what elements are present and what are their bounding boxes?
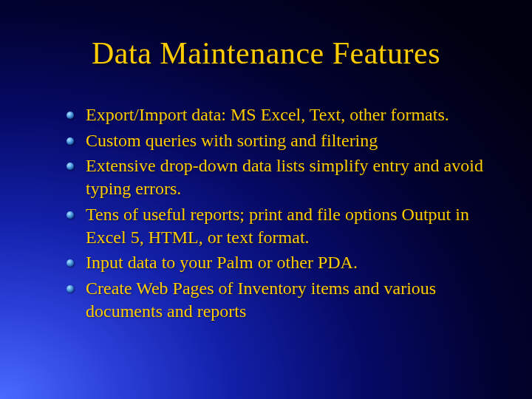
bullet-icon — [66, 285, 74, 293]
list-item: Export/Import data: MS Excel, Text, othe… — [66, 103, 495, 126]
list-item: Custom queries with sorting and filterin… — [66, 129, 495, 152]
bullet-list: Export/Import data: MS Excel, Text, othe… — [66, 103, 495, 325]
list-item: Tens of useful reports; print and file o… — [66, 203, 495, 248]
bullet-text: Create Web Pages of Inventory items and … — [86, 277, 495, 322]
slide-title: Data Maintenance Features — [0, 35, 532, 71]
bullet-text: Extensive drop-down data lists simplify … — [86, 154, 495, 200]
bullet-icon — [66, 211, 74, 219]
bullet-text: Custom queries with sorting and filterin… — [86, 129, 495, 152]
bullet-icon — [66, 259, 74, 267]
bullet-icon — [66, 137, 74, 145]
bullet-icon — [66, 112, 74, 119]
list-item: Input data to your Palm or other PDA. — [66, 251, 495, 274]
bullet-text: Input data to your Palm or other PDA. — [86, 251, 495, 274]
bullet-text: Tens of useful reports; print and file o… — [86, 203, 495, 248]
bullet-text: Export/Import data: MS Excel, Text, othe… — [86, 103, 495, 126]
bullet-icon — [66, 163, 74, 170]
list-item: Create Web Pages of Inventory items and … — [66, 277, 495, 322]
slide: Data Maintenance Features Export/Import … — [0, 0, 532, 399]
list-item: Extensive drop-down data lists simplify … — [66, 154, 495, 200]
